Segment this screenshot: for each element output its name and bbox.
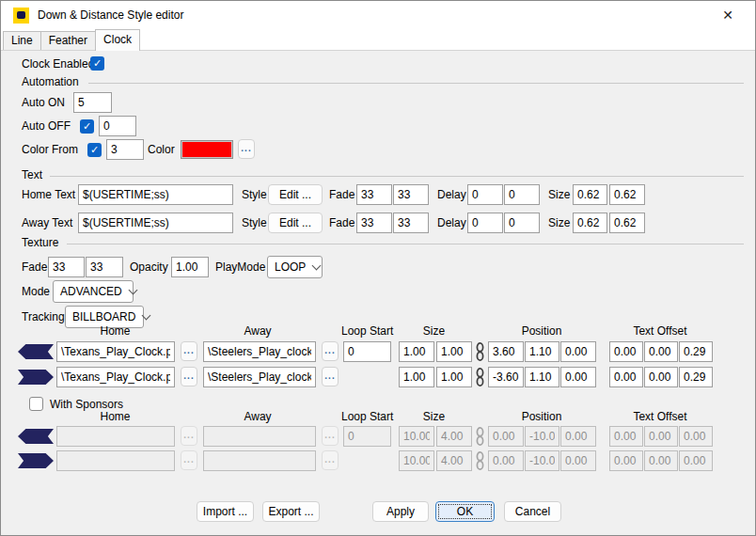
color-from-checkbox[interactable]: ✓: [87, 143, 102, 157]
chain-link-icon: [475, 368, 485, 386]
clock-row2-link-size-button[interactable]: [474, 367, 486, 387]
away-delay2-input[interactable]: [504, 213, 540, 233]
away-delay1-input[interactable]: [467, 213, 503, 233]
clock-row2-offset-z-input[interactable]: [679, 367, 713, 387]
home-size2-input[interactable]: [609, 184, 645, 205]
tab-strip: Line Feather Clock: [1, 29, 755, 51]
away-size-label: Size: [548, 213, 570, 233]
opacity-input[interactable]: [171, 257, 209, 277]
clock-row2-offset-y-input[interactable]: [644, 367, 678, 387]
sponsor-row1-link-size-button: [474, 426, 486, 447]
away-size2-input[interactable]: [609, 213, 645, 233]
clock-enabled-checkbox[interactable]: ✓: [90, 56, 104, 71]
title-bar: Down & Distance Style editor: [1, 1, 755, 29]
with-sponsors-checkbox[interactable]: [29, 397, 43, 411]
away-style-label: Style: [242, 213, 267, 233]
clock-row1-home-browse-button[interactable]: ...: [181, 341, 197, 361]
home-size1-input[interactable]: [573, 184, 607, 205]
opacity-label: Opacity: [130, 257, 168, 277]
clock-row1-offset-y-input[interactable]: [644, 341, 678, 362]
tab-feather[interactable]: Feather: [40, 31, 96, 50]
sponsor-row2-offset-y-input: [644, 450, 678, 471]
close-icon[interactable]: ✕: [714, 5, 742, 25]
app-icon: [13, 8, 29, 24]
tab-line[interactable]: Line: [3, 31, 41, 50]
home-direction-arrow-icon: [18, 429, 54, 444]
chain-link-icon: [475, 451, 485, 470]
export-button[interactable]: Export ...: [262, 501, 320, 522]
playmode-dropdown[interactable]: LOOP: [267, 256, 323, 278]
sponsor-row2-away-file-input: [203, 450, 316, 471]
clock-row2-home-file-input[interactable]: [56, 367, 175, 387]
tab-clock[interactable]: Clock: [95, 29, 140, 51]
texture-group-label: Texture: [22, 234, 58, 251]
mode-value: ADVANCED: [60, 285, 122, 298]
away-style-edit-button[interactable]: Edit ...: [268, 213, 323, 233]
color-swatch[interactable]: [181, 140, 233, 159]
chain-link-icon: [475, 342, 485, 361]
clock-row2-offset-x-input[interactable]: [609, 367, 643, 387]
clock-row2-size-x-input[interactable]: [399, 367, 434, 387]
clock-row1-size-x-input[interactable]: [399, 341, 434, 362]
sponsor-row2-size-x-input: [399, 450, 434, 471]
chain-link-icon: [475, 427, 485, 446]
clock-row2-away-file-input[interactable]: [203, 367, 316, 387]
clock-row1-offset-z-input[interactable]: [679, 341, 713, 362]
away-size1-input[interactable]: [573, 213, 607, 233]
clock-row1-offset-x-input[interactable]: [609, 341, 643, 362]
clock-row1-link-size-button[interactable]: [474, 341, 486, 362]
sponsor-row1-home-browse-button: ...: [181, 426, 197, 446]
auto-off-checkbox[interactable]: ✓: [80, 119, 94, 134]
home-delay1-input[interactable]: [467, 184, 503, 205]
sponsor-row2-home-browse-button: ...: [181, 450, 197, 470]
sponsor-row1-away-file-input: [203, 426, 316, 447]
color-label: Color: [148, 139, 175, 160]
clock-row2-away-browse-button[interactable]: ...: [322, 367, 339, 386]
away-fade-in-input[interactable]: [356, 213, 392, 233]
clock-row1-away-browse-button[interactable]: ...: [322, 341, 339, 361]
clock-row2-pos-y-input[interactable]: [525, 367, 559, 387]
away-fade-label: Fade: [329, 213, 354, 233]
away-fade-out-input[interactable]: [393, 213, 429, 233]
color-from-input[interactable]: [106, 139, 144, 160]
sponsor-row1-pos-x-input: [488, 426, 524, 447]
texture-fade-in-input[interactable]: [48, 257, 85, 277]
color-browse-button[interactable]: ...: [238, 139, 255, 159]
mode-dropdown[interactable]: ADVANCED: [53, 280, 134, 303]
clock-row1-pos-x-input[interactable]: [488, 341, 524, 362]
clock-row1-pos-z-input[interactable]: [560, 341, 596, 362]
away-direction-arrow-icon: [18, 453, 54, 468]
clock-row1-size-y-input[interactable]: [436, 341, 472, 362]
playmode-value: LOOP: [275, 260, 306, 274]
import-button[interactable]: Import ...: [197, 501, 254, 522]
clock-row2-pos-x-input[interactable]: [488, 367, 524, 387]
ok-button[interactable]: OK: [435, 501, 495, 522]
clock-row2-size-y-input[interactable]: [436, 367, 472, 387]
away-text-label: Away Text: [22, 213, 72, 233]
home-text-input[interactable]: [78, 184, 233, 205]
cancel-button[interactable]: Cancel: [504, 501, 561, 522]
home-delay-label: Delay: [437, 184, 466, 205]
texture-group-rule: [67, 244, 744, 244]
clock-row1-home-file-input[interactable]: [56, 341, 175, 362]
home-fade-in-input[interactable]: [356, 184, 392, 205]
auto-on-input[interactable]: [73, 92, 112, 113]
automation-group-rule: [88, 83, 744, 84]
sponsor-row1-pos-y-input: [525, 426, 559, 447]
clock-row1-pos-y-input[interactable]: [525, 341, 559, 362]
clock-row1-away-file-input[interactable]: [203, 341, 316, 362]
auto-off-input[interactable]: [99, 116, 136, 136]
home-delay2-input[interactable]: [504, 184, 540, 205]
clock-col-size-header: Size: [397, 324, 471, 338]
texture-fade-out-input[interactable]: [86, 257, 123, 277]
clock-enabled-label: Clock Enabled: [22, 54, 94, 74]
home-fade-out-input[interactable]: [393, 184, 429, 205]
clock-row2-pos-z-input[interactable]: [560, 367, 596, 387]
clock-col-loopstart-header: Loop Start: [341, 324, 398, 338]
clock-col-position-header: Position: [488, 324, 595, 338]
away-text-input[interactable]: [78, 213, 233, 233]
home-style-edit-button[interactable]: Edit ...: [268, 184, 323, 205]
clock-row2-home-browse-button[interactable]: ...: [181, 367, 197, 386]
clock-row1-loopstart-input[interactable]: [343, 341, 391, 362]
apply-button[interactable]: Apply: [372, 501, 429, 522]
